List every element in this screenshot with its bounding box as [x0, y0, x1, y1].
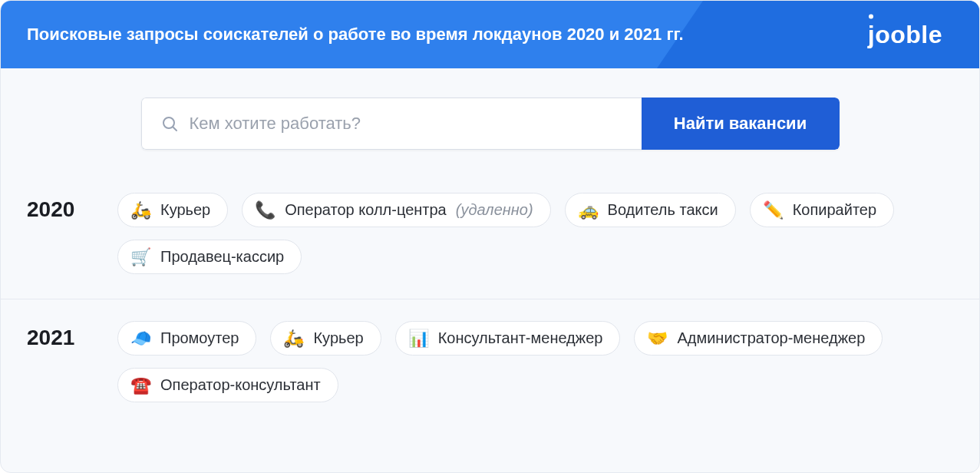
header: Поисковые запросы соискателей о работе в…	[1, 1, 979, 68]
header-title: Поисковые запросы соискателей о работе в…	[27, 25, 684, 45]
chip-call-operator: 📞 Оператор колл-центра (удаленно)	[242, 193, 550, 227]
pencil-icon: ✏️	[763, 202, 784, 219]
chip-row-2020: 🛵 Курьер 📞 Оператор колл-центра (удаленн…	[117, 193, 953, 274]
chip-label: Водитель такси	[608, 201, 718, 219]
taxi-icon: 🚕	[578, 202, 599, 219]
chart-icon: 📊	[408, 330, 429, 347]
brand-logo: jooble	[868, 21, 942, 49]
search-bar: Найти вакансии	[1, 68, 979, 171]
cap-icon: 🧢	[130, 330, 151, 347]
chip-row-2021: 🧢 Промоутер 🛵 Курьер 📊 Консультант-менед…	[117, 321, 953, 402]
chip-label: Курьер	[160, 201, 210, 219]
chip-label: Оператор колл-центра	[285, 201, 447, 219]
chip-courier: 🛵 Курьер	[270, 321, 381, 356]
chip-label: Оператор-консультант	[160, 376, 321, 394]
telephone-icon: ☎️	[130, 377, 151, 394]
scooter-icon: 🛵	[283, 330, 304, 347]
year-section-2021: 2021 🧢 Промоутер 🛵 Курьер 📊 Консультант-…	[1, 299, 979, 427]
brand-j: j	[868, 21, 875, 49]
chip-taxi-driver: 🚕 Водитель такси	[565, 193, 736, 227]
chip-label: Копирайтер	[793, 201, 876, 219]
chip-courier: 🛵 Курьер	[117, 193, 228, 227]
year-section-2020: 2020 🛵 Курьер 📞 Оператор колл-центра (уд…	[1, 171, 979, 299]
search-input-wrap	[141, 98, 642, 150]
chip-cashier: 🛒 Продавец-кассир	[117, 240, 302, 274]
year-label: 2020	[27, 193, 117, 222]
search-container: Найти вакансии	[141, 98, 840, 150]
chip-consultant-manager: 📊 Консультант-менеджер	[395, 321, 621, 356]
chip-suffix: (удаленно)	[456, 201, 533, 219]
handshake-icon: 🤝	[647, 330, 668, 347]
scooter-icon: 🛵	[130, 202, 151, 219]
chip-admin-manager: 🤝 Администратор-менеджер	[634, 321, 883, 356]
chip-label: Курьер	[313, 329, 363, 347]
search-button[interactable]: Найти вакансии	[642, 98, 840, 150]
chip-copywriter: ✏️ Копирайтер	[750, 193, 894, 227]
chip-label: Консультант-менеджер	[438, 329, 603, 347]
brand-rest: ooble	[875, 21, 942, 48]
search-input[interactable]	[190, 114, 623, 134]
year-label: 2021	[27, 321, 117, 350]
chip-label: Продавец-кассир	[160, 248, 284, 266]
infographic-card: Поисковые запросы соискателей о работе в…	[0, 0, 980, 473]
phone-icon: 📞	[255, 202, 276, 219]
search-icon	[160, 114, 179, 133]
chip-label: Администратор-менеджер	[677, 329, 865, 347]
svg-line-1	[173, 127, 177, 131]
chip-label: Промоутер	[160, 329, 239, 347]
chip-promoter: 🧢 Промоутер	[117, 321, 256, 356]
cart-icon: 🛒	[130, 249, 151, 266]
chip-operator-consultant: ☎️ Оператор-консультант	[117, 368, 338, 402]
